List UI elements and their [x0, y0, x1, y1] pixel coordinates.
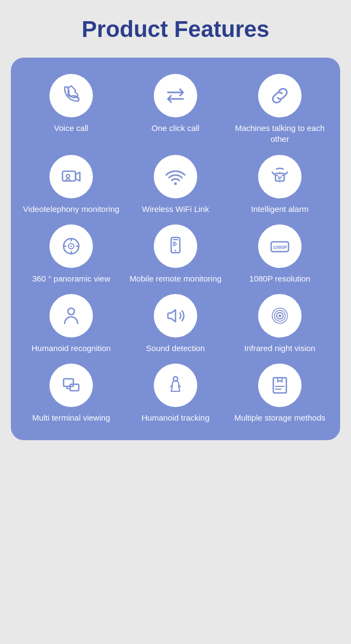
svg-point-6: [71, 245, 72, 247]
feature-item-sound-detection: Sound detection: [126, 294, 225, 354]
feature-item-intelligent-alarm: Intelligent alarm: [230, 155, 329, 215]
features-grid: Voice call One click call Machines talki…: [22, 74, 329, 424]
feature-item-resolution-1080p: 1080P 1080P resolution: [230, 224, 329, 284]
svg-rect-17: [70, 384, 79, 391]
feature-label-mobile-monitoring: Mobile remote monitoring: [129, 273, 221, 284]
sound-icon: [154, 294, 197, 337]
feature-label-resolution-1080p: 1080P resolution: [249, 273, 310, 284]
feature-label-one-click-call: One click call: [152, 123, 199, 134]
feature-item-humanoid-tracking: Humanoid tracking: [126, 364, 225, 423]
infrared-icon: [258, 294, 302, 337]
feature-label-multi-terminal: Multi terminal viewing: [32, 412, 110, 423]
feature-item-humanoid-recognition: Humanoid recognition: [22, 294, 121, 354]
feature-label-infrared-vision: Infrared night vision: [245, 343, 316, 354]
feature-label-videotelephony: Videotelephony monitoring: [23, 204, 119, 215]
feature-label-multiple-storage: Multiple storage methods: [234, 412, 325, 423]
feature-item-voice-call: Voice call: [22, 74, 121, 145]
feature-item-machines-talking: Machines talking to each other: [230, 74, 329, 145]
mobile-icon: [154, 224, 197, 268]
feature-label-machines-talking: Machines talking to each other: [230, 123, 329, 145]
feature-label-wifi-link: Wireless WiFi Link: [142, 204, 209, 215]
feature-label-humanoid-recognition: Humanoid recognition: [32, 343, 111, 354]
videophone-icon: [49, 155, 93, 198]
svg-point-8: [175, 249, 177, 251]
feature-item-multiple-storage: Multiple storage methods: [230, 364, 329, 423]
arrows-icon: [154, 74, 197, 117]
feature-label-intelligent-alarm: Intelligent alarm: [251, 204, 309, 215]
feature-label-humanoid-tracking: Humanoid tracking: [141, 412, 209, 423]
svg-point-15: [279, 315, 281, 317]
feature-label-voice-call: Voice call: [54, 123, 88, 134]
panoramic-icon: [49, 224, 93, 268]
tracking-icon: [154, 364, 197, 407]
storage-icon: [258, 364, 302, 407]
svg-point-11: [68, 308, 74, 315]
feature-label-sound-detection: Sound detection: [146, 343, 205, 354]
person-icon: [49, 294, 93, 337]
feature-item-videotelephony: Videotelephony monitoring: [22, 155, 121, 215]
wifi-icon: [154, 155, 197, 198]
multi-terminal-icon: [49, 364, 93, 407]
feature-label-panoramic-view: 360 ° panoramic view: [32, 273, 110, 284]
feature-item-one-click-call: One click call: [126, 74, 225, 145]
svg-text:1080P: 1080P: [273, 245, 287, 250]
link-icon: [258, 74, 302, 117]
alarm-icon: [258, 155, 302, 198]
features-card: Voice call One click call Machines talki…: [11, 58, 340, 440]
feature-item-wifi-link: Wireless WiFi Link: [126, 155, 225, 215]
feature-item-mobile-monitoring: Mobile remote monitoring: [126, 224, 225, 284]
svg-point-18: [173, 377, 178, 381]
1080p-icon: 1080P: [258, 224, 302, 268]
feature-item-multi-terminal: Multi terminal viewing: [22, 364, 121, 423]
phone-icon: [49, 74, 93, 117]
feature-item-infrared-vision: Infrared night vision: [230, 294, 329, 354]
page-title: Product Features: [82, 16, 269, 42]
svg-point-2: [174, 182, 177, 185]
svg-point-1: [66, 174, 70, 178]
svg-rect-16: [64, 379, 73, 386]
feature-item-panoramic-view: 360 ° panoramic view: [22, 224, 121, 284]
